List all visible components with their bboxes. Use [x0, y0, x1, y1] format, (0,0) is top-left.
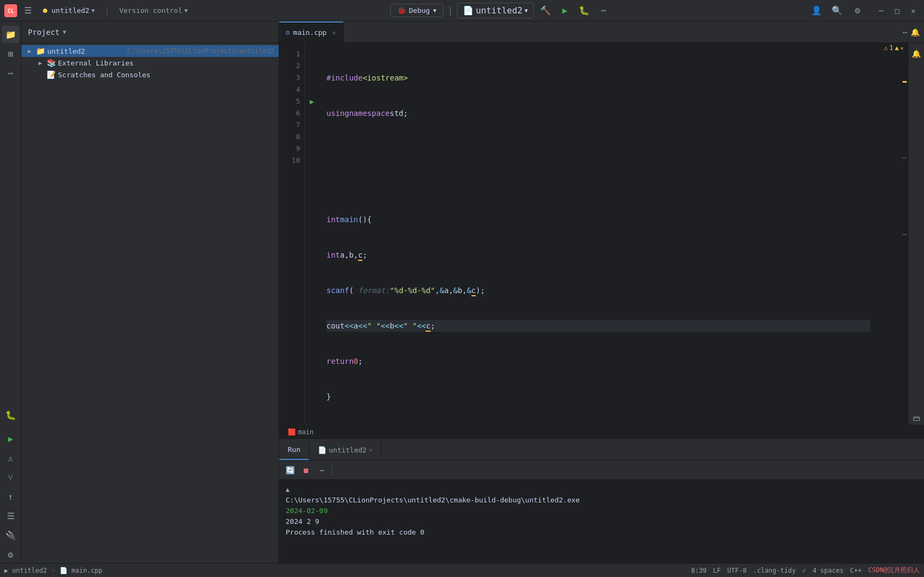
sidebar-item-run[interactable]: ▶	[2, 430, 19, 447]
status-project[interactable]: ▶ untitled2	[4, 567, 47, 574]
code-line-6: int a,b,c;	[326, 249, 870, 261]
run-subtab-untitled2[interactable]: 📄 untitled2 ✕	[309, 440, 381, 460]
run-config-selector[interactable]: 📄 untitled2 ▼	[457, 3, 534, 18]
status-linter[interactable]: .clang-tidy	[753, 567, 796, 574]
run-config-icon: 📄	[463, 5, 474, 16]
line-num-10: 10	[279, 155, 300, 166]
toolbar-separator	[332, 465, 332, 476]
warning-indicator[interactable]: ⚠ 1 ▲ ✕	[882, 43, 906, 53]
more-actions-icon[interactable]: ⋯	[316, 464, 329, 477]
bottom-panel: Run 📄 untitled2 ✕ 🔄 ■ ⋯ ▲ C:\Users\15755…	[279, 440, 924, 563]
tab-bar-more-icon[interactable]: ⋯	[903, 28, 907, 36]
status-encoding[interactable]: UTF-8	[727, 567, 747, 574]
debug-config-selector[interactable]: 🐞 Debug ▼	[390, 4, 443, 17]
code-editor[interactable]: #include <iostream> using namespace std;…	[318, 43, 876, 425]
sidebar-item-todo[interactable]: ☰	[2, 507, 19, 524]
separator: |	[104, 5, 110, 16]
tree-item-label: External Libraries	[58, 59, 274, 67]
tab-close-icon[interactable]: ✕	[332, 29, 336, 36]
status-lang[interactable]: C++	[850, 567, 862, 574]
run-button[interactable]: ▶	[557, 3, 572, 18]
project-panel-header: Project ▼	[21, 21, 279, 43]
console-output: ▲ C:\Users\15755\CLionProjects\untitled2…	[279, 480, 924, 563]
console-output-text: 2024 2 9	[286, 516, 918, 527]
settings-icon[interactable]: ⚙	[850, 3, 865, 18]
restart-button[interactable]: 🔄	[283, 464, 296, 477]
debug-button[interactable]: 🐛	[577, 3, 592, 18]
sidebar-item-plugins[interactable]: 🔌	[2, 527, 19, 544]
tab-label: main.cpp	[293, 28, 327, 36]
tab-main-cpp[interactable]: ⚙ main.cpp ✕	[279, 21, 344, 42]
run-line-icon[interactable]: ▶	[306, 96, 318, 107]
run-subtab-close-icon[interactable]: ✕	[369, 447, 373, 454]
sidebar-item-project[interactable]: 📁	[2, 26, 19, 43]
editor-content: 1 2 3 4 5 6 7 8 9 10 ▶ #include <iostrea…	[279, 43, 924, 425]
sidebar-item-more[interactable]: ⋯	[2, 64, 19, 82]
project-selector[interactable]: untitled2 ▼	[39, 4, 99, 17]
divider: |	[448, 5, 453, 16]
editor-right-gutter: ⚠ 1 ▲ ✕	[876, 43, 908, 425]
status-user: CSDN@沉月照归人	[868, 566, 920, 575]
status-file-label: main.cpp	[71, 567, 103, 574]
status-left: ▶ untitled2 > 📄 main.cpp	[4, 567, 103, 574]
debug-icon: 🐞	[397, 6, 406, 14]
tab-file-icon: ⚙	[286, 28, 290, 36]
search-icon[interactable]: 🔍	[830, 3, 845, 18]
sidebar-item-warnings[interactable]: ⚠	[2, 449, 19, 466]
sidebar-item-debug[interactable]: 🐛	[2, 406, 19, 423]
sidebar-item-git[interactable]: ⑂	[2, 469, 19, 486]
status-linter-icon: ✓	[802, 567, 806, 574]
tree-item-external-libraries[interactable]: ▶ 📚 External Libraries	[21, 57, 279, 69]
main-layout: 📁 ⊞ ⋯ 🐛 ▶ ⚠ ⑂ ↑ ☰ 🔌 ⚙ Project ▼ ▶ 📁 unti…	[0, 21, 924, 563]
line-num-9: 9	[279, 143, 300, 155]
tree-item-scratches[interactable]: ▶ 📝 Scratches and Consoles	[21, 69, 279, 81]
breadcrumb-icon: 🟥	[288, 428, 296, 436]
hammer-icon[interactable]: 🔨	[538, 3, 553, 18]
line-num-3: 3	[279, 72, 300, 84]
window-controls: ─ □ ✕	[875, 4, 920, 17]
titlebar: CL ☰ untitled2 ▼ | Version control ▼ 🐞 D…	[0, 0, 924, 21]
hamburger-menu-icon[interactable]: ☰	[20, 3, 35, 18]
run-config-chevron-icon: ▼	[525, 8, 528, 13]
status-line-ending[interactable]: LF	[713, 567, 721, 574]
run-tab-label: Run	[288, 445, 300, 454]
stop-button[interactable]: ■	[300, 464, 312, 477]
line-num-7: 7	[279, 119, 300, 131]
warning-count: 1	[890, 44, 893, 52]
project-title: Project	[28, 28, 60, 36]
sidebar-item-upload[interactable]: ↑	[2, 488, 19, 505]
tree-item-untitled2[interactable]: ▶ 📁 untitled2 C:\Users\15755\CLionProjec…	[21, 45, 279, 57]
titlebar-right: 👤 🔍 ⚙ ─ □ ✕	[809, 3, 920, 18]
project-dot	[43, 9, 47, 13]
more-options-icon[interactable]: ⋯	[596, 3, 611, 18]
console-scroll-up[interactable]: ▲	[286, 484, 918, 495]
minimize-button[interactable]: ─	[875, 4, 887, 17]
expand-icon: ▲	[895, 44, 899, 52]
tree-item-label: untitled2	[47, 47, 125, 55]
status-time: 8:39	[691, 567, 707, 574]
sidebar-item-structure[interactable]: ⊞	[2, 45, 19, 62]
close-button[interactable]: ✕	[907, 4, 920, 17]
library-icon: 📚	[46, 59, 56, 67]
profile-icon[interactable]: 👤	[809, 3, 824, 18]
console-exit-msg: Process finished with exit code 0	[286, 527, 918, 538]
status-project-label: untitled2	[12, 567, 47, 574]
run-subtab-icon: 📄	[318, 446, 326, 454]
tab-bar-right: ⋯ 🔔	[899, 21, 924, 42]
line-num-6: 6	[279, 107, 300, 119]
warning-icon: ⚠	[884, 44, 887, 52]
code-line-1: #include <iostream>	[326, 72, 870, 84]
notification-icon[interactable]: 🔔	[911, 28, 920, 36]
run-tab[interactable]: Run	[279, 440, 309, 460]
version-control-btn[interactable]: Version control ▼	[115, 4, 192, 17]
sidebar-item-settings-bottom[interactable]: ⚙	[2, 546, 19, 563]
scroll-marker-2	[903, 234, 907, 235]
right-db-icon[interactable]: 🗃	[910, 412, 923, 425]
status-indent[interactable]: 4 spaces	[812, 567, 843, 574]
status-file[interactable]: 📄 main.cpp	[60, 567, 103, 574]
maximize-button[interactable]: □	[891, 4, 904, 17]
tree-item-label: Scratches and Consoles	[58, 71, 274, 79]
code-line-2: using namespace std;	[326, 107, 870, 119]
right-notifications-icon[interactable]: 🔔	[910, 47, 923, 60]
line-num-5: 5	[279, 96, 300, 107]
